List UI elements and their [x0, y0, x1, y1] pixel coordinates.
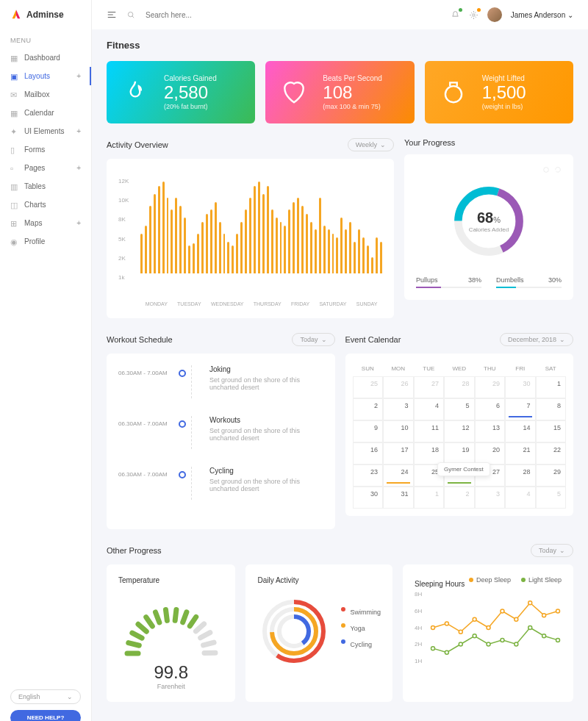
cal-cell[interactable]: 30	[353, 487, 384, 509]
sidebar-item-pages[interactable]: ▫ Pages +	[0, 159, 91, 177]
sidebar-item-mailbox[interactable]: ✉ Mailbox	[0, 85, 91, 104]
cal-cell[interactable]: 16	[353, 442, 384, 464]
footer: © Copyrights 2020. All Rights Reserved	[92, 712, 588, 721]
stat-label: Weight Lifted	[482, 74, 526, 82]
cal-cell[interactable]: 6	[475, 398, 506, 420]
schedule-time: 06.30AM - 7.00AM	[118, 416, 168, 427]
stat-value: 108	[323, 82, 382, 103]
cal-cell[interactable]: 12	[444, 420, 475, 442]
svg-line-9	[132, 633, 142, 638]
sidebar-item-maps[interactable]: ⊞ Maps +	[0, 214, 91, 232]
cal-cell[interactable]: 4	[505, 487, 536, 509]
help-button[interactable]: NEED HELP?	[10, 710, 81, 721]
svg-line-12	[155, 612, 159, 623]
cal-cell[interactable]: 7	[505, 398, 536, 420]
cal-cell[interactable]: 14	[505, 420, 536, 442]
cal-cell[interactable]: 29	[536, 464, 567, 487]
sleep-card: Sleeping Hours Deep SleepLight Sleep 8H6…	[403, 564, 573, 702]
cal-day-head: SUN	[353, 365, 384, 372]
cal-cell[interactable]: 28	[444, 376, 475, 398]
cal-cell[interactable]: 5	[536, 487, 567, 509]
page-title: Fitness	[107, 40, 573, 51]
menu-toggle-icon[interactable]	[107, 10, 117, 20]
language-select[interactable]: English⌄	[10, 689, 81, 704]
svg-point-40	[473, 634, 476, 638]
svg-line-17	[196, 624, 204, 631]
cal-cell[interactable]: 23	[353, 464, 384, 487]
sidebar-item-charts[interactable]: ◫ Charts	[0, 196, 91, 214]
cal-cell[interactable]: 11	[414, 420, 445, 442]
cal-cell[interactable]: 27	[414, 376, 445, 398]
settings-icon[interactable]	[469, 10, 478, 20]
cal-cell[interactable]: 1	[536, 376, 567, 398]
cal-cell[interactable]: 2	[353, 398, 384, 420]
chart-bar	[376, 237, 378, 273]
calendar-filter[interactable]: December, 2018⌄	[500, 333, 573, 346]
chart-bar	[306, 214, 308, 273]
cal-cell[interactable]: 2	[444, 487, 475, 509]
cal-cell[interactable]: 22	[536, 442, 567, 464]
cal-cell[interactable]: 31	[383, 487, 414, 509]
cal-cell[interactable]: 30	[505, 376, 536, 398]
cal-cell[interactable]: 17	[383, 442, 414, 464]
cal-cell[interactable]: 10	[383, 420, 414, 442]
cal-cell[interactable]: 1	[414, 487, 445, 509]
sidebar: Adminse MENU ▦ Dashboard ▣ Layouts + ✉ M…	[0, 0, 92, 721]
avatar[interactable]	[487, 7, 502, 22]
cal-cell[interactable]: 25	[353, 376, 384, 398]
cal-cell[interactable]: 21	[505, 442, 536, 464]
cal-cell[interactable]: 5	[444, 398, 475, 420]
activity-filter[interactable]: Weekly⌄	[348, 138, 394, 151]
sidebar-item-ui-elements[interactable]: ✦ UI Elements +	[0, 122, 91, 140]
cal-cell[interactable]: 3	[475, 487, 506, 509]
activity-rings	[257, 595, 331, 668]
other-filter[interactable]: Today⌄	[531, 544, 573, 557]
timeline-dot-icon	[179, 420, 186, 428]
sidebar-item-forms[interactable]: ▯ Forms	[0, 140, 91, 159]
notification-icon[interactable]	[451, 10, 460, 20]
stat-card: Beats Per Second 108 (max 100 & min 75)	[265, 61, 414, 123]
cal-cell[interactable]: 29	[475, 376, 506, 398]
cal-cell[interactable]: 24	[383, 464, 414, 487]
brand-name: Adminse	[26, 10, 64, 20]
svg-line-19	[203, 642, 214, 645]
chart-bar	[293, 202, 295, 274]
cal-day-head: SAT	[536, 365, 567, 372]
plus-icon: +	[76, 219, 81, 227]
daily-activity-card: Daily Activity SwimmingYogaCycling	[245, 564, 392, 702]
sidebar-item-dashboard[interactable]: ▦ Dashboard	[0, 49, 91, 67]
cal-cell[interactable]: 9	[353, 420, 384, 442]
sidebar-item-layouts[interactable]: ▣ Layouts +	[0, 67, 91, 85]
gear-icon[interactable]	[542, 166, 550, 173]
cal-cell[interactable]: 15	[536, 420, 567, 442]
cal-cell[interactable]: 3	[383, 398, 414, 420]
stat-value: 1,500	[482, 82, 526, 103]
svg-point-34	[528, 601, 532, 605]
user-menu[interactable]: James Anderson ⌄	[511, 11, 573, 19]
activity-title: Activity Overview	[107, 140, 168, 149]
svg-point-46	[556, 638, 560, 642]
search-icon	[127, 11, 135, 19]
svg-point-45	[542, 634, 546, 638]
cal-cell[interactable]: 18	[414, 442, 445, 464]
chart-bar	[336, 237, 338, 273]
cal-cell[interactable]: 4	[414, 398, 445, 420]
cal-cell[interactable]: 28	[505, 464, 536, 487]
sidebar-item-tables[interactable]: ▥ Tables	[0, 177, 91, 196]
nav-label: Profile	[24, 237, 81, 245]
sidebar-item-profile[interactable]: ◉ Profile	[0, 232, 91, 251]
cal-cell[interactable]: 26	[383, 376, 414, 398]
search-input[interactable]	[146, 11, 440, 19]
cal-cell[interactable]: 13	[475, 420, 506, 442]
logo[interactable]: Adminse	[0, 0, 91, 29]
refresh-icon[interactable]	[554, 166, 562, 173]
cal-cell[interactable]: 8	[536, 398, 567, 420]
chart-bar	[267, 186, 269, 273]
cal-cell[interactable]: 20	[475, 442, 506, 464]
sidebar-item-calendar[interactable]: ▦ Calendar	[0, 104, 91, 122]
schedule-filter[interactable]: Today⌄	[292, 333, 334, 346]
stat-icon	[121, 78, 149, 107]
stat-icon	[280, 78, 308, 107]
cal-cell[interactable]: 19Gymer Contest	[444, 442, 475, 464]
chart-bar	[362, 237, 365, 273]
